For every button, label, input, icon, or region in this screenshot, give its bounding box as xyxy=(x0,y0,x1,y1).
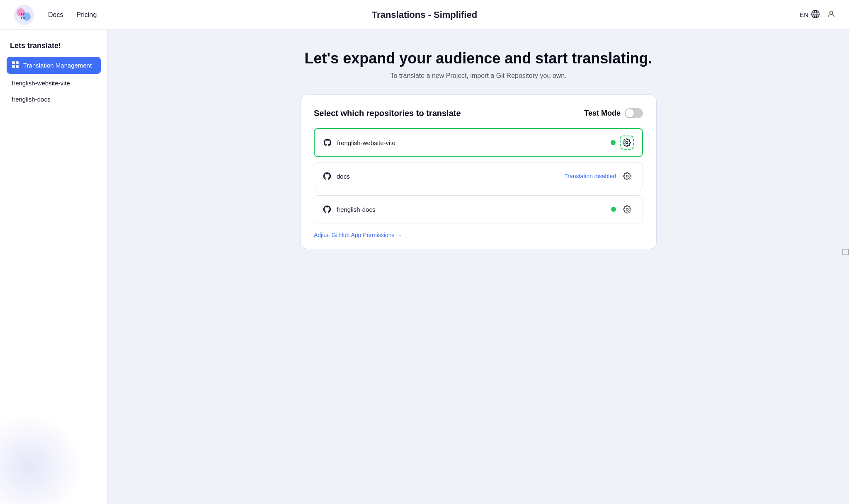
repo-row-docs: docs Translation disabled xyxy=(314,162,643,190)
status-dot-3 xyxy=(611,207,616,212)
adjust-permissions-link[interactable]: Adjust GitHub App Permissions → xyxy=(314,232,402,238)
main-content: Let's expand your audience and start tra… xyxy=(108,30,849,504)
hero-subtitle: To translate a new Project, import a Git… xyxy=(133,72,824,80)
svg-point-15 xyxy=(626,142,628,144)
gear-button-3[interactable] xyxy=(620,202,634,216)
repo-row-website-vite: frenglish-website-vite xyxy=(314,128,643,157)
header: ←Fr En→ Docs Pricing Translations - Simp… xyxy=(0,0,849,30)
gear-button-1[interactable] xyxy=(620,136,634,150)
nav-docs[interactable]: Docs xyxy=(48,11,63,19)
status-dot-1 xyxy=(611,140,616,145)
layout: Lets translate! Translation Management f… xyxy=(0,30,849,504)
test-mode-section: Test Mode xyxy=(584,108,643,118)
user-icon[interactable] xyxy=(827,10,836,20)
github-icon-3 xyxy=(323,205,332,214)
edge-decoration xyxy=(842,249,849,255)
svg-point-16 xyxy=(626,175,628,177)
test-mode-label: Test Mode xyxy=(584,109,621,118)
github-icon-1 xyxy=(323,138,332,147)
repo-name-3: frenglish-docs xyxy=(337,206,611,213)
svg-rect-13 xyxy=(12,65,15,68)
nav-pricing[interactable]: Pricing xyxy=(76,11,97,19)
language-selector[interactable]: EN xyxy=(800,10,820,20)
svg-text:En→: En→ xyxy=(21,16,29,20)
repo-name-1: frenglish-website-vite xyxy=(337,139,611,146)
test-mode-toggle[interactable] xyxy=(625,108,643,118)
logo[interactable]: ←Fr En→ xyxy=(13,4,35,26)
header-title: Translations - Simplified xyxy=(372,10,477,20)
repo-row-frenglish-docs: frenglish-docs xyxy=(314,195,643,223)
sidebar-item-frenglish-docs[interactable]: frenglish-docs xyxy=(7,92,101,107)
sidebar-active-label: Translation Management xyxy=(23,62,92,69)
svg-point-10 xyxy=(830,11,832,14)
svg-rect-12 xyxy=(16,61,19,64)
globe-icon xyxy=(811,10,820,20)
svg-rect-14 xyxy=(16,65,19,68)
header-right: EN xyxy=(800,10,836,20)
svg-text:←Fr: ←Fr xyxy=(18,12,24,16)
translation-disabled-text: Translation disabled xyxy=(564,173,616,179)
gear-button-2[interactable] xyxy=(620,169,634,183)
sidebar-item-translation-management[interactable]: Translation Management xyxy=(7,57,101,74)
repo-list: frenglish-website-vite xyxy=(314,128,643,223)
sidebar-item-website-vite[interactable]: frenglish-website-vite xyxy=(7,75,101,91)
repositories-card: Select which repositories to translate T… xyxy=(300,94,657,249)
hero-title: Let's expand your audience and start tra… xyxy=(133,50,824,67)
svg-point-17 xyxy=(626,208,628,211)
github-icon-2 xyxy=(323,172,332,181)
sidebar: Lets translate! Translation Management f… xyxy=(0,30,108,504)
grid-icon xyxy=(12,61,19,70)
card-header: Select which repositories to translate T… xyxy=(314,108,643,118)
repo-name-2: docs xyxy=(337,173,564,180)
lang-code: EN xyxy=(800,11,808,18)
sidebar-heading: Lets translate! xyxy=(7,41,101,50)
card-header-title: Select which repositories to translate xyxy=(314,109,461,118)
svg-rect-11 xyxy=(12,61,15,64)
nav-links: Docs Pricing xyxy=(48,11,97,19)
